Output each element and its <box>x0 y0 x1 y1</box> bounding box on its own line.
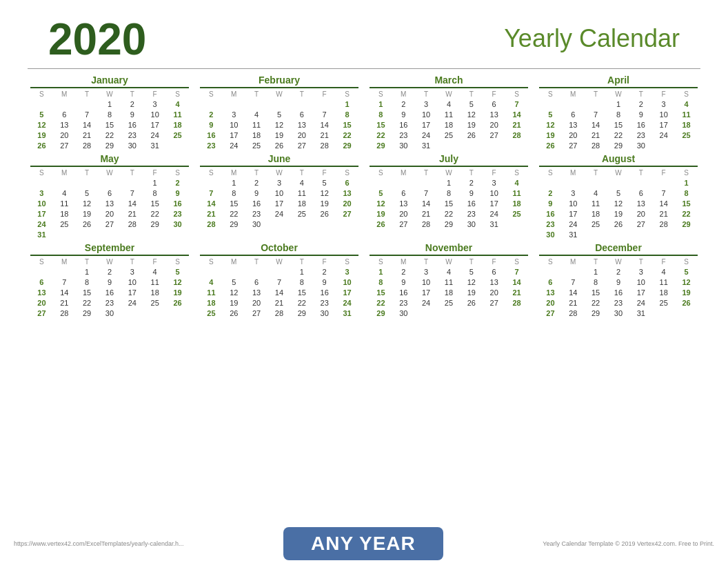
day-cell: 3 <box>143 99 166 109</box>
month-table: SMTWTFS123456789101112131415161718192021… <box>200 257 358 318</box>
day-cell: 8 <box>370 109 392 119</box>
day-cell: 3 <box>223 109 245 119</box>
day-cell: 14 <box>313 119 336 130</box>
month-table: SMTWTFS123456789101112131415161718192021… <box>200 90 358 150</box>
day-cell: 27 <box>629 219 652 229</box>
day-cell: 2 <box>607 266 630 277</box>
day-cell: 29 <box>143 219 166 229</box>
day-header: M <box>53 257 76 266</box>
month-block-june: JuneSMTWTFS12345678910111213141516171819… <box>197 152 361 241</box>
day-cell: 25 <box>438 297 461 308</box>
day-cell: 5 <box>313 177 336 188</box>
day-cell: 23 <box>539 219 562 229</box>
day-cell <box>76 229 99 239</box>
day-header: W <box>99 257 121 266</box>
day-cell: 28 <box>415 219 438 229</box>
day-cell: 2 <box>539 188 562 198</box>
table-row: 24252627282930 <box>30 219 189 229</box>
day-cell <box>53 177 76 188</box>
day-cell: 29 <box>290 308 313 318</box>
day-cell: 12 <box>268 119 291 130</box>
day-cell: 1 <box>290 266 313 277</box>
day-cell <box>652 308 675 318</box>
day-cell: 9 <box>313 277 336 287</box>
day-cell <box>268 219 291 229</box>
table-row: 1234 <box>370 177 528 188</box>
day-cell: 17 <box>629 287 652 297</box>
day-cell: 5 <box>675 266 698 277</box>
day-header: S <box>166 90 189 99</box>
day-cell: 2 <box>245 177 268 188</box>
day-cell: 25 <box>585 219 607 229</box>
day-header: W <box>438 257 461 266</box>
day-cell: 31 <box>336 308 358 318</box>
day-cell: 31 <box>415 140 438 150</box>
day-cell <box>223 266 245 277</box>
day-header: T <box>460 257 483 266</box>
day-cell: 15 <box>607 119 630 130</box>
day-cell: 27 <box>483 130 505 140</box>
day-cell <box>629 229 652 239</box>
table-row: 1 <box>539 177 698 188</box>
day-cell: 11 <box>438 109 461 119</box>
day-cell <box>336 219 358 229</box>
months-grid: JanuarySMTWTFS12345678910111213141516171… <box>21 73 707 319</box>
day-header: T <box>585 257 607 266</box>
day-cell: 13 <box>336 188 358 198</box>
day-cell: 20 <box>290 130 313 140</box>
day-cell: 18 <box>290 198 313 208</box>
day-cell: 9 <box>121 109 143 119</box>
day-cell: 18 <box>245 130 268 140</box>
day-cell: 23 <box>313 297 336 308</box>
day-cell: 1 <box>143 177 166 188</box>
month-name: March <box>370 75 528 88</box>
day-cell: 9 <box>392 277 415 287</box>
day-cell: 18 <box>166 119 189 130</box>
day-cell: 17 <box>415 119 438 130</box>
table-row: 1 <box>200 99 358 109</box>
day-cell: 22 <box>76 297 99 308</box>
day-cell: 18 <box>438 287 461 297</box>
table-row: 12345 <box>539 266 698 277</box>
table-row: 16171819202122 <box>200 130 358 140</box>
day-cell: 12 <box>370 198 392 208</box>
month-name: January <box>30 75 189 88</box>
day-cell: 22 <box>607 130 630 140</box>
day-header: W <box>268 257 291 266</box>
day-cell <box>539 266 562 277</box>
day-cell: 22 <box>223 208 245 219</box>
day-cell: 7 <box>585 109 607 119</box>
day-cell: 29 <box>607 140 630 150</box>
footer-bar: https://www.vertex42.com/ExcelTemplates/… <box>0 524 728 563</box>
table-row: 18192021222324 <box>200 297 358 308</box>
day-cell: 11 <box>505 188 528 198</box>
month-name: May <box>30 153 189 167</box>
day-cell: 2 <box>99 266 121 277</box>
day-cell: 20 <box>629 208 652 219</box>
month-block-march: MarchSMTWTFS1234567891011121314151617181… <box>367 73 531 152</box>
day-header: S <box>30 90 53 99</box>
day-cell: 17 <box>336 287 358 297</box>
day-cell: 23 <box>392 297 415 308</box>
day-cell: 6 <box>562 109 585 119</box>
day-cell: 2 <box>200 109 223 119</box>
day-cell: 23 <box>121 130 143 140</box>
day-cell: 30 <box>607 308 630 318</box>
day-cell: 25 <box>143 297 166 308</box>
day-cell: 21 <box>313 130 336 140</box>
day-cell <box>200 266 223 277</box>
day-cell: 11 <box>166 109 189 119</box>
day-cell <box>53 229 76 239</box>
day-header: W <box>268 90 291 99</box>
day-cell: 10 <box>121 277 143 287</box>
day-cell: 12 <box>539 119 562 130</box>
day-cell: 17 <box>223 130 245 140</box>
day-cell <box>562 177 585 188</box>
day-cell: 3 <box>652 99 675 109</box>
day-cell: 1 <box>438 177 461 188</box>
day-header: M <box>223 168 245 177</box>
table-row: 12131415161718 <box>370 198 528 208</box>
day-cell: 9 <box>629 109 652 119</box>
day-cell: 30 <box>392 140 415 150</box>
day-header: F <box>652 168 675 177</box>
